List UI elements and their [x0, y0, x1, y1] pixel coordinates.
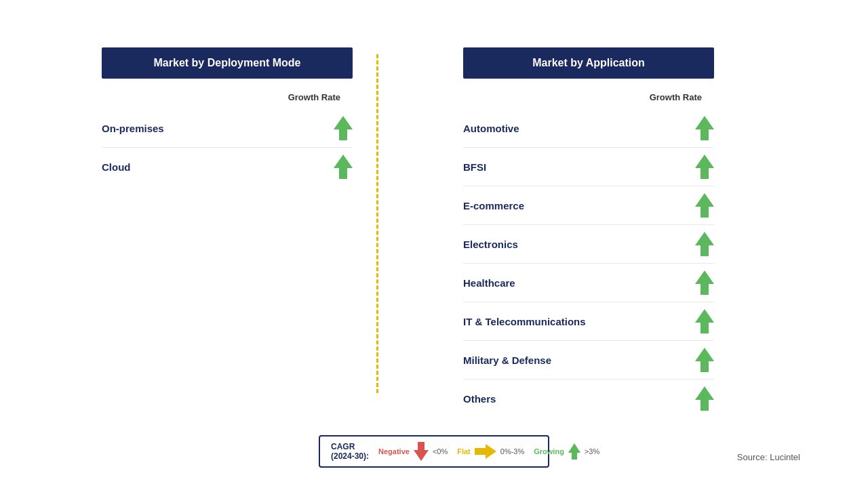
ecommerce-row: E-commerce	[463, 186, 714, 225]
legend-title-line2: (2024-30):	[331, 451, 369, 461]
cloud-arrow-up-icon	[334, 155, 353, 179]
healthcare-arrow-up-icon	[695, 270, 714, 295]
it-telecom-label: IT & Telecommunications	[463, 316, 586, 327]
on-premises-row: On-premises	[102, 109, 353, 148]
military-defense-label: Military & Defense	[463, 354, 551, 366]
legend-flat-item: Flat 0%-3%	[457, 444, 524, 459]
panels-row: Market by Deployment Mode Growth Rate On…	[102, 47, 766, 418]
deployment-growth-rate-label: Growth Rate	[102, 92, 353, 102]
ecommerce-arrow-up-icon	[695, 193, 714, 218]
electronics-label: Electronics	[463, 239, 518, 250]
bfsi-row: BFSI	[463, 148, 714, 186]
flat-label: Flat	[457, 447, 471, 455]
bfsi-arrow-up-icon	[695, 155, 714, 179]
flat-arrow-right-icon	[475, 444, 496, 459]
dashed-divider	[376, 54, 378, 393]
electronics-arrow-up-icon	[695, 232, 714, 256]
legend-growing-item: Growing >3%	[534, 443, 599, 460]
cloud-label: Cloud	[102, 161, 131, 173]
growing-sublabel: >3%	[585, 447, 599, 455]
growing-label: Growing	[534, 447, 564, 455]
growing-arrow-up-icon	[568, 443, 580, 460]
negative-label: Negative	[378, 447, 410, 455]
application-header: Market by Application	[463, 47, 714, 79]
it-telecom-arrow-up-icon	[695, 309, 714, 333]
automotive-arrow-up-icon	[695, 116, 714, 140]
application-growth-rate-label: Growth Rate	[463, 92, 714, 102]
right-panel: Market by Application Growth Rate Automo…	[463, 47, 714, 418]
military-defense-row: Military & Defense	[463, 341, 714, 380]
automotive-row: Automotive	[463, 109, 714, 148]
legend-title: CAGR (2024-30):	[331, 442, 369, 461]
ecommerce-label: E-commerce	[463, 200, 524, 211]
flat-sublabel: 0%-3%	[500, 447, 524, 455]
military-defense-arrow-up-icon	[695, 348, 714, 372]
legend-container: CAGR (2024-30): Negative <0% Flat 0%-3% …	[319, 435, 549, 468]
healthcare-row: Healthcare	[463, 264, 714, 302]
electronics-row: Electronics	[463, 225, 714, 264]
others-label: Others	[463, 393, 496, 405]
main-container: Market by Deployment Mode Growth Rate On…	[0, 0, 868, 488]
legend-negative-item: Negative <0%	[378, 442, 448, 461]
left-panel: Market by Deployment Mode Growth Rate On…	[102, 47, 353, 186]
others-row: Others	[463, 380, 714, 418]
source-label: Source: Lucintel	[737, 452, 800, 462]
on-premises-arrow-up-icon	[334, 116, 353, 140]
negative-sublabel: <0%	[433, 447, 448, 455]
others-arrow-up-icon	[695, 386, 714, 411]
it-telecom-row: IT & Telecommunications	[463, 302, 714, 341]
cloud-row: Cloud	[102, 148, 353, 186]
on-premises-label: On-premises	[102, 123, 164, 134]
healthcare-label: Healthcare	[463, 277, 515, 289]
negative-arrow-down-icon	[414, 442, 429, 461]
deployment-mode-header: Market by Deployment Mode	[102, 47, 353, 79]
legend-title-line1: CAGR	[331, 442, 355, 451]
bfsi-label: BFSI	[463, 161, 486, 173]
automotive-label: Automotive	[463, 123, 519, 134]
